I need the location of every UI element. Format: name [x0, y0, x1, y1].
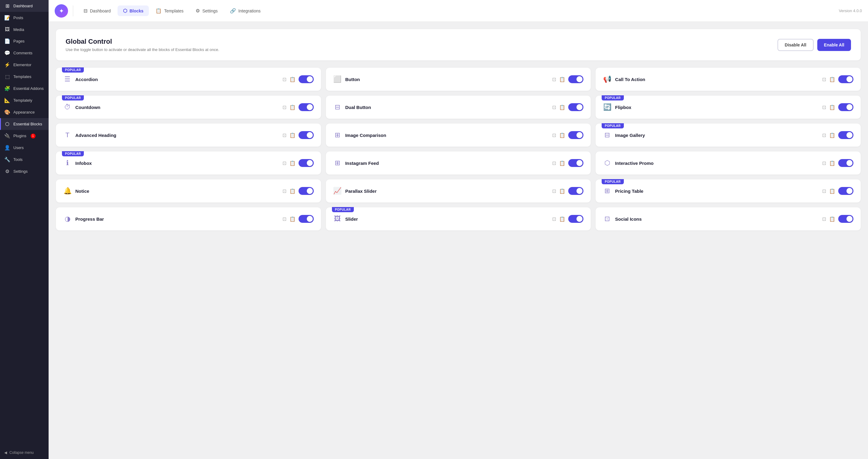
page-body: Global Control Use the toggle button to … — [49, 22, 868, 459]
sidebar-item-templately[interactable]: 📐 Templately — [0, 94, 49, 106]
instagram-feed-doc-icon[interactable]: 📋 — [559, 160, 565, 166]
sidebar-item-plugins[interactable]: 🔌 Plugins 1 — [0, 130, 49, 142]
countdown-preview-icon[interactable]: ⊡ — [282, 104, 286, 110]
flipbox-doc-icon[interactable]: 📋 — [829, 104, 835, 110]
sidebar-item-users[interactable]: 👤 Users — [0, 142, 49, 154]
call-to-action-doc-icon[interactable]: 📋 — [829, 76, 835, 82]
interactive-promo-doc-icon[interactable]: 📋 — [829, 160, 835, 166]
call-to-action-block-name: Call To Action — [615, 77, 645, 82]
sidebar-item-templates[interactable]: ⬚ Templates — [0, 71, 49, 83]
call-to-action-block-icon: 📢 — [603, 75, 611, 83]
slider-preview-icon[interactable]: ⊡ — [552, 216, 556, 222]
parallax-slider-doc-icon[interactable]: 📋 — [559, 188, 565, 194]
sidebar-item-posts[interactable]: 📝 Posts — [0, 12, 49, 24]
flipbox-toggle[interactable] — [838, 103, 854, 111]
slider-toggle[interactable] — [568, 215, 583, 223]
block-card-right-image-gallery: ⊡ 📋 — [822, 131, 854, 139]
interactive-promo-preview-icon[interactable]: ⊡ — [822, 160, 826, 166]
sidebar-item-settings[interactable]: ⚙ Settings — [0, 165, 49, 177]
countdown-doc-icon[interactable]: 📋 — [289, 104, 296, 110]
pricing-table-block-name: Pricing Table — [615, 189, 643, 194]
parallax-slider-preview-icon[interactable]: ⊡ — [552, 188, 556, 194]
advanced-heading-doc-icon[interactable]: 📋 — [289, 132, 296, 138]
block-card-left-countdown: ⏱ Countdown — [63, 103, 100, 111]
progress-bar-doc-icon[interactable]: 📋 — [289, 216, 296, 222]
infobox-doc-icon[interactable]: 📋 — [289, 160, 296, 166]
sidebar-item-dashboard[interactable]: ⊞ Dashboard — [0, 0, 49, 12]
social-icons-toggle[interactable] — [838, 215, 854, 223]
block-card-left-image-gallery: ⊟ Image Gallery — [603, 131, 645, 139]
nav-tab-templates[interactable]: 📋 Templates — [150, 5, 189, 16]
nav-tab-dashboard[interactable]: ⊟ Dashboard — [78, 5, 116, 16]
dual-button-doc-icon[interactable]: 📋 — [559, 104, 565, 110]
countdown-block-name: Countdown — [75, 105, 100, 110]
slider-doc-icon[interactable]: 📋 — [559, 216, 565, 222]
accordion-doc-icon[interactable]: 📋 — [289, 76, 296, 82]
notice-preview-icon[interactable]: ⊡ — [282, 188, 286, 194]
block-card-dual-button: ⊟ Dual Button ⊡ 📋 — [326, 96, 591, 119]
pricing-table-toggle[interactable] — [838, 187, 854, 195]
nav-tab-blocks[interactable]: ⬡ Blocks — [118, 5, 149, 16]
image-comparison-doc-icon[interactable]: 📋 — [559, 132, 565, 138]
pricing-table-doc-icon[interactable]: 📋 — [829, 188, 835, 194]
image-gallery-preview-icon[interactable]: ⊡ — [822, 132, 826, 138]
social-icons-preview-icon[interactable]: ⊡ — [822, 216, 826, 222]
accordion-preview-icon[interactable]: ⊡ — [282, 76, 286, 82]
advanced-heading-preview-icon[interactable]: ⊡ — [282, 132, 286, 138]
instagram-feed-preview-icon[interactable]: ⊡ — [552, 160, 556, 166]
image-comparison-toggle[interactable] — [568, 131, 583, 139]
sidebar-item-essential-addons[interactable]: 🧩 Essential Addons — [0, 83, 49, 94]
sidebar-item-appearance[interactable]: 🎨 Appearance — [0, 106, 49, 118]
block-card-image-comparison: ⊞ Image Comparison ⊡ 📋 — [326, 124, 591, 146]
parallax-slider-toggle[interactable] — [568, 187, 583, 195]
infobox-toggle[interactable] — [299, 159, 314, 167]
call-to-action-preview-icon[interactable]: ⊡ — [822, 76, 826, 82]
instagram-feed-block-icon: ⊞ — [333, 159, 342, 167]
progress-bar-toggle[interactable] — [299, 215, 314, 223]
countdown-toggle[interactable] — [299, 103, 314, 111]
button-preview-icon[interactable]: ⊡ — [552, 76, 556, 82]
block-card-countdown: Popular ⏱ Countdown ⊡ 📋 — [56, 96, 321, 119]
flipbox-preview-icon[interactable]: ⊡ — [822, 104, 826, 110]
image-comparison-preview-icon[interactable]: ⊡ — [552, 132, 556, 138]
flipbox-block-name: Flipbox — [615, 105, 631, 110]
dual-button-preview-icon[interactable]: ⊡ — [552, 104, 556, 110]
disable-all-button[interactable]: Disable All — [777, 39, 814, 51]
collapse-menu-button[interactable]: ◀ Collapse menu — [0, 446, 49, 459]
sidebar-item-media[interactable]: 🖼 Media — [0, 24, 49, 35]
sidebar-item-elementor[interactable]: ⚡ Elementor — [0, 59, 49, 71]
nav-tab-settings[interactable]: ⚙ Settings — [190, 5, 223, 16]
block-card-right-parallax-slider: ⊡ 📋 — [552, 187, 583, 195]
dual-button-toggle[interactable] — [568, 103, 583, 111]
nav-tab-integrations[interactable]: 🔗 Integrations — [224, 5, 266, 16]
button-doc-icon[interactable]: 📋 — [559, 76, 565, 82]
enable-all-button[interactable]: Enable All — [817, 39, 851, 51]
infobox-preview-icon[interactable]: ⊡ — [282, 160, 286, 166]
button-toggle[interactable] — [568, 75, 583, 83]
image-gallery-doc-icon[interactable]: 📋 — [829, 132, 835, 138]
sidebar-label-dashboard: Dashboard — [13, 4, 33, 8]
interactive-promo-toggle[interactable] — [838, 159, 854, 167]
social-icons-doc-icon[interactable]: 📋 — [829, 216, 835, 222]
settings-tab-label: Settings — [202, 8, 218, 13]
instagram-feed-toggle[interactable] — [568, 159, 583, 167]
sidebar-item-pages[interactable]: 📄 Pages — [0, 35, 49, 47]
essential-blocks-icon: ⬡ — [4, 121, 10, 127]
popular-badge-slider: Popular — [332, 207, 354, 212]
sidebar-item-comments[interactable]: 💬 Comments — [0, 47, 49, 59]
sidebar-item-tools[interactable]: 🔧 Tools — [0, 154, 49, 165]
notice-toggle[interactable] — [299, 187, 314, 195]
progress-bar-preview-icon[interactable]: ⊡ — [282, 216, 286, 222]
popular-badge-pricing-table: Popular — [602, 179, 623, 184]
accordion-toggle[interactable] — [299, 75, 314, 83]
advanced-heading-toggle[interactable] — [299, 131, 314, 139]
image-gallery-toggle[interactable] — [838, 131, 854, 139]
notice-doc-icon[interactable]: 📋 — [289, 188, 296, 194]
block-card-flipbox: Popular 🔄 Flipbox ⊡ 📋 — [596, 96, 861, 119]
sidebar-item-essential-blocks[interactable]: ⬡ Essential Blocks — [0, 118, 49, 130]
sidebar-label-elementor: Elementor — [13, 63, 31, 67]
pricing-table-preview-icon[interactable]: ⊡ — [822, 188, 826, 194]
call-to-action-toggle[interactable] — [838, 75, 854, 83]
block-card-right-progress-bar: ⊡ 📋 — [282, 215, 314, 223]
block-card-image-gallery: Popular ⊟ Image Gallery ⊡ 📋 — [596, 124, 861, 146]
